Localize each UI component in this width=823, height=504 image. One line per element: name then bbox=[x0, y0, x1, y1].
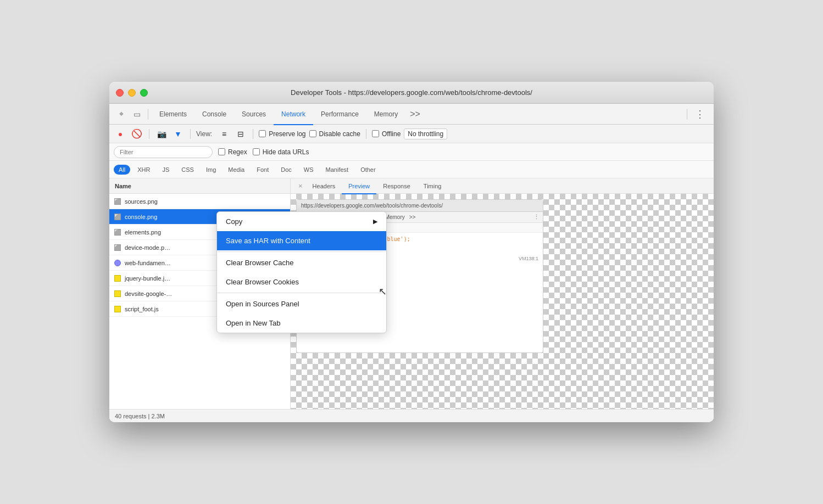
regex-checkbox[interactable] bbox=[218, 148, 225, 155]
toolbar-divider-1 bbox=[149, 129, 149, 139]
context-menu-save-har[interactable]: Save as HAR with Content bbox=[217, 231, 386, 250]
tab-sources[interactable]: Sources bbox=[234, 104, 274, 125]
offline-label[interactable]: Offline bbox=[372, 130, 401, 138]
type-filter-bar: All XHR JS CSS Img Media Font Doc WS Man… bbox=[109, 161, 714, 178]
toolbar-divider-4 bbox=[366, 129, 366, 139]
preview-close-button[interactable]: × bbox=[295, 182, 306, 190]
js-icon bbox=[114, 275, 121, 282]
traffic-lights bbox=[116, 89, 148, 97]
more-tabs-button[interactable]: >> bbox=[407, 109, 424, 119]
file-icon-device bbox=[114, 244, 121, 251]
group-view-button[interactable]: ⊟ bbox=[234, 127, 247, 141]
view-label: View: bbox=[196, 130, 212, 138]
preview-tab-bar: × Headers Preview Response Timing bbox=[291, 178, 714, 194]
toolbar-divider-3 bbox=[253, 129, 253, 139]
close-button[interactable] bbox=[116, 89, 124, 97]
tab-response[interactable]: Response bbox=[376, 179, 417, 194]
hide-data-urls-checkbox[interactable] bbox=[253, 148, 260, 155]
preview-inner-titlebar: https://developers.google.com/web/tools/… bbox=[297, 200, 543, 212]
tab-divider-2 bbox=[687, 109, 687, 120]
settings-icon bbox=[114, 260, 121, 266]
context-menu-copy[interactable]: Copy ▶ bbox=[217, 212, 386, 231]
preserve-log-checkbox[interactable] bbox=[259, 130, 266, 137]
filter-button[interactable]: ▼ bbox=[171, 127, 185, 141]
file-icon-png bbox=[114, 198, 121, 205]
filter-bar: Regex Hide data URLs bbox=[109, 143, 714, 161]
context-menu-overlay: Copy ▶ Save as HAR with Content Clear Br… bbox=[216, 211, 387, 333]
tab-divider bbox=[148, 109, 148, 120]
regex-label[interactable]: Regex bbox=[218, 148, 247, 156]
tab-headers[interactable]: Headers bbox=[306, 179, 342, 194]
type-filter-media[interactable]: Media bbox=[223, 165, 249, 175]
disable-cache-checkbox[interactable] bbox=[309, 130, 316, 137]
titlebar: Developer Tools - https://developers.goo… bbox=[109, 82, 714, 104]
file-icon-console bbox=[114, 213, 121, 221]
tab-console[interactable]: Console bbox=[194, 104, 234, 125]
preserve-log-label[interactable]: Preserve log bbox=[259, 130, 305, 138]
file-list-header: Name bbox=[109, 178, 290, 194]
offline-checkbox[interactable] bbox=[372, 130, 379, 137]
file-icon-devsite bbox=[114, 290, 121, 298]
devtools-tab-bar: ⌖ ▭ Elements Console Sources Network Per… bbox=[109, 104, 714, 125]
type-filter-ws[interactable]: WS bbox=[299, 165, 319, 175]
js-icon bbox=[114, 290, 121, 297]
clear-button[interactable]: 🚫 bbox=[130, 127, 143, 141]
status-bar: 40 requests | 2.3M bbox=[109, 409, 714, 422]
type-filter-js[interactable]: JS bbox=[157, 165, 174, 175]
tab-performance[interactable]: Performance bbox=[313, 104, 366, 125]
file-icon-jquery bbox=[114, 275, 121, 282]
png-icon bbox=[114, 198, 121, 205]
file-icon-elements bbox=[114, 228, 121, 236]
png-icon bbox=[114, 214, 121, 220]
context-menu: Copy ▶ Save as HAR with Content Clear Br… bbox=[216, 211, 387, 333]
type-filter-img[interactable]: Img bbox=[201, 165, 221, 175]
network-toolbar: ● 🚫 📷 ▼ View: ≡ ⊟ Preserve log Disable c… bbox=[109, 125, 714, 143]
tab-preview[interactable]: Preview bbox=[342, 179, 376, 194]
type-filter-doc[interactable]: Doc bbox=[276, 165, 297, 175]
file-icon-script bbox=[114, 305, 121, 313]
window-title: Developer Tools - https://developers.goo… bbox=[291, 88, 532, 97]
inspect-icon[interactable]: ⌖ bbox=[114, 107, 129, 122]
list-item[interactable]: sources.png bbox=[109, 194, 290, 209]
js-icon bbox=[114, 306, 121, 312]
type-filter-font[interactable]: Font bbox=[252, 165, 274, 175]
main-content: Name sources.png console.png bbox=[109, 178, 714, 409]
tab-network[interactable]: Network bbox=[274, 104, 313, 125]
devtools-window: Developer Tools - https://developers.goo… bbox=[109, 82, 714, 422]
context-menu-open-tab[interactable]: Open in New Tab bbox=[217, 313, 386, 333]
type-filter-all[interactable]: All bbox=[114, 165, 130, 175]
camera-button[interactable]: 📷 bbox=[155, 127, 168, 141]
devtools-menu-button[interactable]: ⋮ bbox=[691, 108, 709, 120]
type-filter-xhr[interactable]: XHR bbox=[132, 165, 155, 175]
tab-timing[interactable]: Timing bbox=[417, 179, 448, 194]
file-icon-web bbox=[114, 259, 121, 267]
minimize-button[interactable] bbox=[128, 89, 136, 97]
context-menu-separator-2 bbox=[217, 293, 386, 293]
context-menu-separator-1 bbox=[217, 251, 386, 252]
type-filter-other[interactable]: Other bbox=[355, 165, 381, 175]
device-mode-icon[interactable]: ▭ bbox=[129, 107, 144, 122]
png-icon bbox=[114, 229, 121, 236]
copy-submenu-arrow: ▶ bbox=[373, 218, 377, 225]
disable-cache-label[interactable]: Disable cache bbox=[309, 130, 360, 138]
record-button[interactable]: ● bbox=[114, 127, 127, 141]
maximize-button[interactable] bbox=[140, 89, 148, 97]
type-filter-manifest[interactable]: Manifest bbox=[321, 165, 354, 175]
tab-elements[interactable]: Elements bbox=[152, 104, 194, 125]
png-icon bbox=[114, 244, 121, 251]
list-view-button[interactable]: ≡ bbox=[218, 127, 231, 141]
context-menu-clear-cookies[interactable]: Clear Browser Cookies bbox=[217, 272, 386, 292]
throttling-selector[interactable]: No throttling bbox=[404, 128, 447, 139]
toolbar-divider-2 bbox=[190, 129, 191, 139]
filter-input[interactable] bbox=[114, 146, 213, 158]
tab-memory[interactable]: Memory bbox=[366, 104, 405, 125]
context-menu-open-sources[interactable]: Open in Sources Panel bbox=[217, 294, 386, 313]
type-filter-css[interactable]: CSS bbox=[176, 165, 199, 175]
hide-data-urls-label[interactable]: Hide data URLs bbox=[253, 148, 309, 156]
devtools-panel: ⌖ ▭ Elements Console Sources Network Per… bbox=[109, 104, 714, 422]
context-menu-clear-cache[interactable]: Clear Browser Cache bbox=[217, 253, 386, 272]
